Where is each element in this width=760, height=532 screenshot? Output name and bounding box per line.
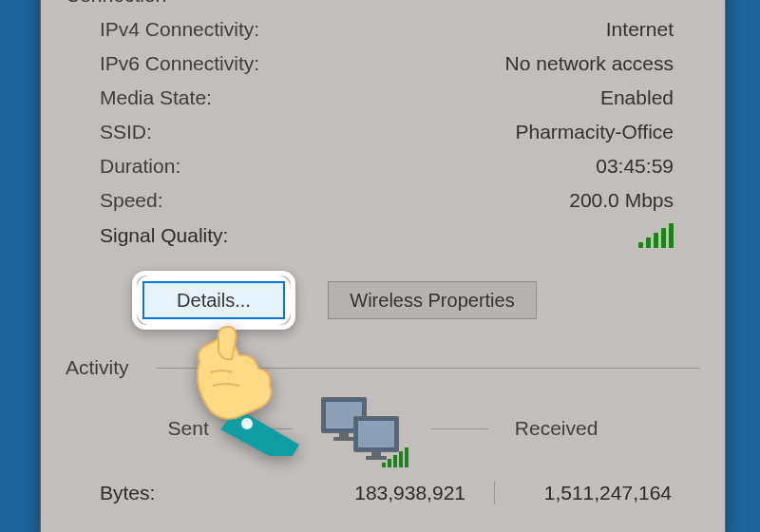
connection-properties: IPv4 Connectivity: Internet IPv6 Connect… [66, 9, 700, 254]
ssid-row: SSID: Pharmacity-Office [100, 115, 700, 149]
ipv6-row: IPv6 Connectivity: No network access [100, 47, 700, 81]
connection-section-label: Connection [66, 0, 166, 6]
activity-section-title: Activity [66, 354, 700, 381]
connection-section-title: Connection [66, 0, 700, 9]
ssid-label: SSID: [100, 121, 152, 143]
activity-separator-right [431, 428, 488, 429]
ipv4-label: IPv4 Connectivity: [100, 18, 259, 41]
bytes-sent-value: 183,938,921 [271, 482, 466, 504]
sent-label: Sent [168, 417, 209, 440]
ipv4-row: IPv4 Connectivity: Internet [100, 12, 700, 47]
speed-row: Speed: 200.0 Mbps [100, 183, 700, 218]
wireless-properties-button[interactable]: Wireless Properties [328, 281, 537, 319]
bytes-label: Bytes: [100, 482, 271, 504]
ipv6-label: IPv6 Connectivity: [100, 52, 259, 75]
duration-row: Duration: 03:45:59 [100, 149, 700, 183]
two-monitors-icon [319, 395, 405, 462]
speed-label: Speed: [100, 189, 163, 212]
signal-bars-icon [638, 223, 674, 248]
activity-signal-icon [382, 447, 408, 467]
ssid-value: Pharmacity-Office [516, 121, 674, 143]
bytes-divider [494, 482, 495, 504]
details-button[interactable]: Details... [142, 281, 285, 319]
speed-value: 200.0 Mbps [569, 189, 674, 212]
media-state-row: Media State: Enabled [100, 81, 700, 115]
signal-quality-row: Signal Quality: [100, 218, 700, 254]
bytes-received-value: 1,511,247,164 [523, 482, 672, 504]
wifi-status-dialog: Connection IPv4 Connectivity: Internet I… [40, 0, 726, 532]
duration-value: 03:45:59 [596, 155, 674, 178]
details-button-highlight: Details... [132, 271, 295, 330]
activity-section-label: Activity [66, 356, 129, 378]
activity-visual: Sent Received [66, 381, 700, 476]
media-state-value: Enabled [600, 86, 674, 109]
bytes-row: Bytes: 183,938,921 1,511,247,164 [66, 476, 700, 504]
ipv4-value: Internet [606, 18, 674, 41]
duration-label: Duration: [100, 155, 180, 178]
activity-separator-left [236, 428, 293, 429]
received-label: Received [515, 417, 598, 440]
ipv6-value: No network access [505, 52, 674, 75]
media-state-label: Media State: [100, 86, 212, 109]
signal-quality-label: Signal Quality: [100, 224, 228, 247]
divider-line [156, 368, 700, 369]
connection-buttons: Details... Wireless Properties [66, 254, 700, 337]
